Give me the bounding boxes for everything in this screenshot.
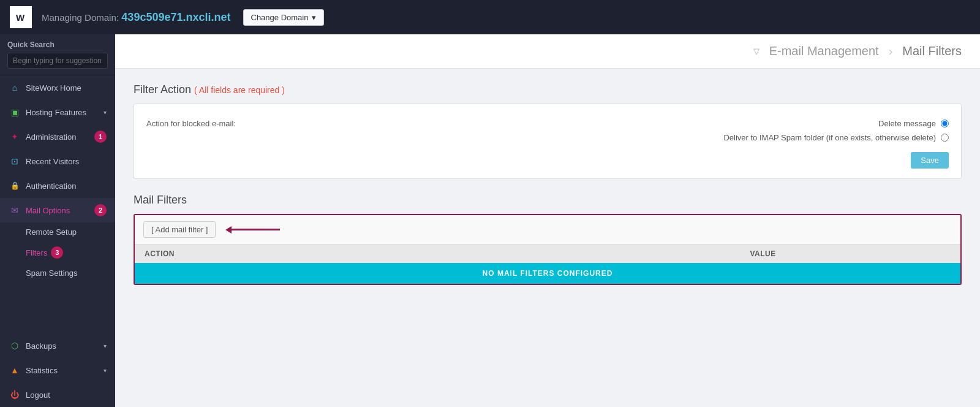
svg-text:W: W	[16, 12, 25, 23]
save-button[interactable]: Save	[911, 152, 949, 169]
save-row: Save	[146, 152, 949, 169]
logout-icon: ⏻	[9, 389, 21, 401]
filter-action-options: Delete message Deliver to IMAP Spam fold…	[269, 119, 949, 142]
sidebar-item-mail-options[interactable]: ✉ Mail Options 2	[0, 198, 115, 223]
chevron-down-icon: ▾	[312, 13, 316, 22]
sidebar: Quick Search ⌂ SiteWorx Home ▣ Hosting F…	[0, 34, 115, 407]
chevron-icon: ▾	[104, 367, 107, 374]
visitors-icon: ⊡	[9, 155, 21, 167]
auth-icon: 🔒	[9, 180, 21, 192]
sidebar-sub-item-filters[interactable]: Filters 3	[0, 242, 115, 264]
delete-message-label: Delete message	[878, 119, 936, 128]
sidebar-item-recent-visitors[interactable]: ⊡ Recent Visitors	[0, 149, 115, 173]
filter-icon: ▽	[753, 47, 760, 56]
radio-option-imap: Deliver to IMAP Spam folder (if one exis…	[269, 133, 949, 142]
mail-filters-table: ACTION VALUE NO MAIL FILTERS CONFIGURED	[135, 245, 960, 284]
content-body: Filter Action ( All fields are required …	[115, 69, 980, 300]
sidebar-sub-item-spam-settings[interactable]: Spam Settings	[0, 264, 115, 283]
mail-filters-box: [ Add mail filter ] ACTION VALUE	[134, 214, 962, 285]
sidebar-sub-item-remote-setup[interactable]: Remote Setup	[0, 223, 115, 242]
stats-icon: ▲	[9, 364, 21, 376]
deliver-imap-radio[interactable]	[941, 134, 949, 142]
delete-message-radio[interactable]	[941, 120, 949, 127]
filters-table-header: ACTION VALUE	[135, 245, 960, 263]
filters-table-body: NO MAIL FILTERS CONFIGURED	[135, 263, 960, 284]
chevron-icon: ▾	[104, 343, 107, 349]
deliver-imap-label: Deliver to IMAP Spam folder (if one exis…	[723, 133, 936, 142]
backups-icon: ⬡	[9, 340, 21, 352]
page-header: ▽ E-mail Management › Mail Filters	[115, 34, 980, 69]
sidebar-item-statistics[interactable]: ▲ Statistics ▾	[0, 358, 115, 382]
content-area: ▽ E-mail Management › Mail Filters Filte…	[115, 34, 980, 407]
domain-name: 439c509e71.nxcli.net	[121, 11, 230, 24]
sidebar-item-logout[interactable]: ⏻ Logout	[0, 382, 115, 407]
change-domain-button[interactable]: Change Domain ▾	[243, 9, 325, 26]
breadcrumb-separator: ›	[889, 44, 893, 58]
quick-search-label: Quick Search	[7, 40, 108, 49]
arrow-annotation	[225, 226, 280, 234]
sidebar-item-siteworx-home[interactable]: ⌂ SiteWorx Home	[0, 75, 115, 100]
no-filters-row: NO MAIL FILTERS CONFIGURED	[135, 263, 960, 284]
admin-icon: ✦	[9, 131, 21, 143]
topbar: W Managing Domain: 439c509e71.nxcli.net …	[0, 0, 980, 34]
radio-option-delete: Delete message	[269, 119, 949, 128]
breadcrumb-current: Mail Filters	[902, 44, 962, 58]
value-column-header: VALUE	[565, 245, 960, 263]
add-mail-filter-button[interactable]: [ Add mail filter ]	[143, 221, 216, 238]
sidebar-item-hosting-features[interactable]: ▣ Hosting Features ▾	[0, 100, 115, 124]
mail-badge: 2	[94, 204, 107, 216]
required-note: ( All fields are required )	[194, 85, 285, 95]
search-input[interactable]	[7, 53, 108, 69]
sidebar-search-section: Quick Search	[0, 34, 115, 75]
mail-filters-section: Mail Filters [ Add mail filter ]	[134, 194, 962, 285]
action-column-header: ACTION	[135, 245, 565, 263]
filter-action-title: Filter Action ( All fields are required …	[134, 83, 962, 96]
managing-label: Managing Domain:	[42, 12, 119, 23]
sidebar-item-backups[interactable]: ⬡ Backups ▾	[0, 333, 115, 358]
home-icon: ⌂	[9, 82, 21, 94]
filters-badge: 3	[51, 246, 63, 259]
filter-action-section: Filter Action ( All fields are required …	[134, 83, 962, 179]
mail-icon: ✉	[9, 204, 21, 216]
no-filters-message: NO MAIL FILTERS CONFIGURED	[135, 263, 960, 284]
action-label: Action for blocked e-mail:	[146, 119, 269, 128]
arrow-line	[231, 229, 280, 230]
main-layout: Quick Search ⌂ SiteWorx Home ▣ Hosting F…	[0, 34, 980, 407]
logo: W	[10, 6, 32, 28]
sidebar-item-authentication[interactable]: 🔒 Authentication	[0, 173, 115, 198]
add-filter-bar: [ Add mail filter ]	[135, 215, 960, 245]
admin-badge: 1	[94, 131, 107, 143]
filter-action-row: Action for blocked e-mail: Delete messag…	[146, 114, 949, 147]
hosting-icon: ▣	[9, 106, 21, 118]
chevron-icon: ▾	[104, 109, 107, 116]
mail-filters-title: Mail Filters	[134, 194, 962, 207]
breadcrumb-parent: E-mail Management	[769, 44, 879, 58]
sidebar-item-administration[interactable]: ✦ Administration 1	[0, 124, 115, 149]
filter-action-box: Action for blocked e-mail: Delete messag…	[134, 104, 962, 179]
